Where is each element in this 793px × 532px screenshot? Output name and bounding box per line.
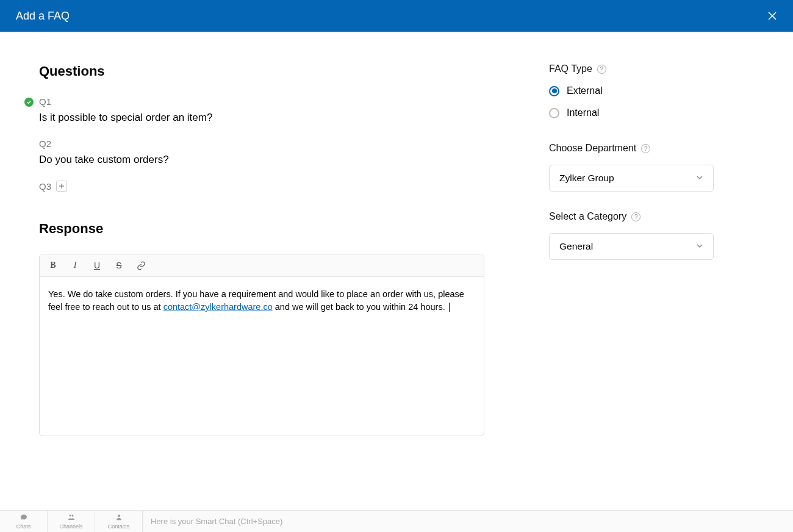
tab-chats[interactable]: Chats <box>0 511 48 532</box>
radio-icon <box>549 108 559 118</box>
response-section: Response B I U S Yes. We do take custo <box>39 221 500 436</box>
editor-toolbar: B I U S <box>40 254 484 277</box>
response-text-after: and we will get back to you within 24 ho… <box>273 302 448 312</box>
right-sidebar: FAQ Type ? External Internal Choose Depa… <box>549 63 756 279</box>
chevron-down-icon <box>696 241 703 252</box>
faq-type-label: FAQ Type ? <box>549 63 732 74</box>
tab-channels[interactable]: Channels <box>48 511 95 532</box>
help-icon[interactable]: ? <box>641 144 650 153</box>
bold-button[interactable]: B <box>47 259 59 271</box>
contacts-icon <box>115 514 123 523</box>
underline-button[interactable]: U <box>91 259 103 271</box>
radio-label: Internal <box>567 107 599 118</box>
dropdown-value: General <box>559 241 593 252</box>
question-label: Q1 <box>39 96 500 107</box>
editor-textarea[interactable]: Yes. We do take custom orders. If you ha… <box>40 277 484 436</box>
question-row-3: Q3 <box>39 181 500 192</box>
close-button[interactable] <box>767 11 777 21</box>
dropdown-value: Zylker Group <box>559 173 614 184</box>
tab-contacts[interactable]: Contacts <box>95 511 143 532</box>
add-question-button[interactable] <box>56 181 67 192</box>
department-dropdown[interactable]: Zylker Group <box>549 165 714 192</box>
response-editor: B I U S Yes. We do take custom orders. I… <box>39 254 484 436</box>
bold-icon: B <box>50 261 56 270</box>
question-label: Q3 <box>39 181 51 192</box>
question-text: Do you take custom orders? <box>39 154 500 166</box>
underline-icon: U <box>94 261 100 270</box>
radio-icon <box>549 86 559 96</box>
radio-internal[interactable]: Internal <box>549 107 732 118</box>
category-label-text: Select a Category <box>549 211 626 222</box>
strikethrough-icon: S <box>116 261 121 270</box>
svg-point-6 <box>118 514 120 517</box>
department-label-text: Choose Department <box>549 143 636 154</box>
close-icon <box>767 11 777 21</box>
response-link[interactable]: contact@zylkerhardware.co <box>163 302 273 312</box>
italic-icon: I <box>74 261 77 270</box>
bottom-bar: Chats Channels Contacts Here is your Sma… <box>0 510 793 532</box>
svg-point-5 <box>71 514 73 516</box>
modal-header: Add a FAQ <box>0 0 793 32</box>
smart-chat-input[interactable]: Here is your Smart Chat (Ctrl+Space) <box>143 511 282 532</box>
tab-label: Contacts <box>108 523 130 530</box>
question-text: Is it possible to special order an item? <box>39 112 500 124</box>
tab-label: Channels <box>59 523 82 530</box>
faq-type-label-text: FAQ Type <box>549 63 592 74</box>
radio-label: External <box>567 85 603 96</box>
faq-type-radio-group: External Internal <box>549 85 732 118</box>
category-label: Select a Category ? <box>549 211 732 222</box>
question-row-1[interactable]: Q1 Is it possible to special order an it… <box>39 96 500 124</box>
italic-button[interactable]: I <box>69 259 81 271</box>
department-label: Choose Department ? <box>549 143 732 154</box>
link-icon <box>137 261 146 270</box>
check-icon <box>24 98 34 107</box>
plus-icon <box>59 183 65 189</box>
chat-icon <box>20 514 28 523</box>
left-column: Questions Q1 Is it possible to special o… <box>0 63 500 436</box>
question-row-2[interactable]: Q2 Do you take custom orders? <box>39 138 500 166</box>
help-icon[interactable]: ? <box>597 65 606 74</box>
link-button[interactable] <box>135 259 147 271</box>
response-heading: Response <box>39 221 500 237</box>
tab-label: Chats <box>16 523 31 530</box>
help-icon[interactable]: ? <box>631 212 640 221</box>
chevron-down-icon <box>696 173 703 184</box>
svg-point-4 <box>69 514 71 516</box>
radio-external[interactable]: External <box>549 85 732 96</box>
questions-heading: Questions <box>39 63 500 79</box>
modal-title: Add a FAQ <box>16 10 70 23</box>
strikethrough-button[interactable]: S <box>113 259 125 271</box>
channels-icon <box>66 514 76 523</box>
text-cursor <box>449 303 450 312</box>
question-label: Q2 <box>39 138 500 149</box>
smart-chat-placeholder: Here is your Smart Chat (Ctrl+Space) <box>151 517 282 526</box>
category-dropdown[interactable]: General <box>549 233 714 260</box>
main-content: Questions Q1 Is it possible to special o… <box>0 32 793 436</box>
